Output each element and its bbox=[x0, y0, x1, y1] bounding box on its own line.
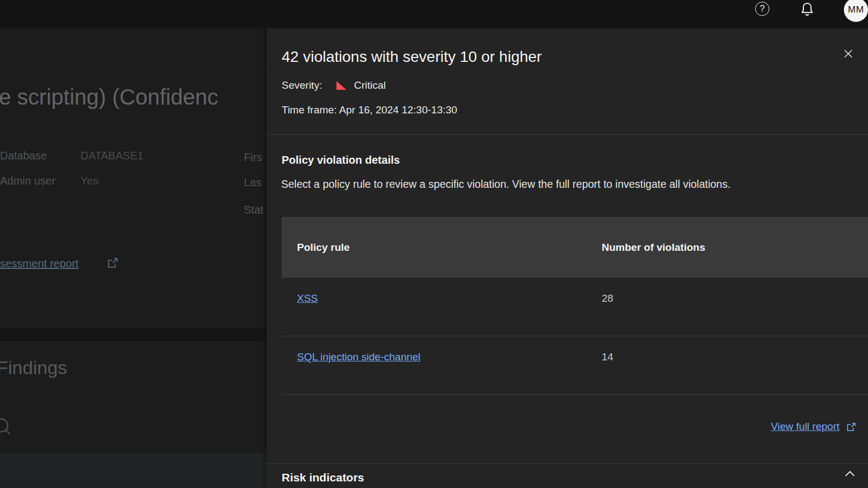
avatar[interactable]: MM bbox=[844, 0, 868, 22]
critical-severity-icon bbox=[336, 81, 346, 90]
view-full-report-link[interactable]: View full report bbox=[771, 421, 857, 433]
search-icon[interactable] bbox=[0, 416, 14, 438]
background-divider bbox=[0, 66, 267, 67]
panel-divider bbox=[267, 134, 868, 135]
policy-violations-table: Policy rule Number of violations XSS 28 … bbox=[282, 217, 868, 395]
violations-count: 28 bbox=[586, 278, 868, 336]
severity-value: Critical bbox=[354, 79, 386, 91]
violations-side-panel: 42 violations with severity 10 or higher… bbox=[267, 28, 868, 488]
panel-title: 42 violations with severity 10 or higher bbox=[282, 48, 542, 66]
status-label-clipped: Stat bbox=[244, 204, 264, 216]
findings-table-header: ime Description bbox=[0, 453, 267, 488]
table-row[interactable]: SQL injection side-channel 14 bbox=[282, 336, 868, 395]
findings-heading: Findings bbox=[0, 357, 67, 378]
policy-rule-column-header: Policy rule bbox=[282, 242, 586, 254]
database-value: DATABASE1 bbox=[81, 150, 144, 162]
policy-rule-link[interactable]: XSS bbox=[297, 292, 318, 304]
violations-count: 14 bbox=[586, 336, 868, 394]
admin-user-value: Yes bbox=[81, 175, 99, 187]
view-full-report-label: View full report bbox=[771, 421, 840, 433]
launch-icon bbox=[106, 256, 119, 269]
first-label-clipped: Firs bbox=[244, 151, 262, 164]
global-header: ? MM bbox=[0, 0, 868, 28]
severity-label: Severity: bbox=[282, 79, 322, 91]
database-label: Database bbox=[0, 150, 47, 162]
panel-divider bbox=[267, 463, 868, 464]
last-label-clipped: Las bbox=[244, 176, 261, 189]
launch-icon bbox=[846, 421, 857, 433]
assessment-report-link[interactable]: sessment report bbox=[0, 257, 78, 270]
chevron-up-icon[interactable] bbox=[843, 467, 857, 481]
background-page: e scripting) (Confidenc Database DATABAS… bbox=[0, 28, 267, 488]
admin-user-label: Admin user bbox=[0, 175, 55, 187]
help-icon[interactable]: ? bbox=[755, 2, 769, 16]
screen: ? MM e scripting) (Confidenc Database DA… bbox=[0, 0, 868, 488]
violations-count-column-header: Number of violations bbox=[586, 242, 868, 254]
close-icon[interactable] bbox=[842, 43, 864, 65]
time-frame: Time frame: Apr 16, 2024 12:30-13:30 bbox=[282, 104, 457, 116]
severity-row: Severity: Critical bbox=[282, 79, 386, 91]
table-row[interactable]: XSS 28 bbox=[282, 278, 868, 336]
risk-indicators-heading: Risk indicators bbox=[282, 471, 364, 484]
table-header-row: Policy rule Number of violations bbox=[282, 217, 868, 278]
notifications-bell-icon[interactable] bbox=[799, 1, 815, 18]
policy-rule-link[interactable]: SQL injection side-channel bbox=[297, 351, 420, 363]
policy-violation-details-subheading: Select a policy rule to review a specifi… bbox=[281, 178, 730, 191]
section-gap bbox=[0, 329, 267, 341]
policy-violation-details-heading: Policy violation details bbox=[282, 154, 400, 167]
